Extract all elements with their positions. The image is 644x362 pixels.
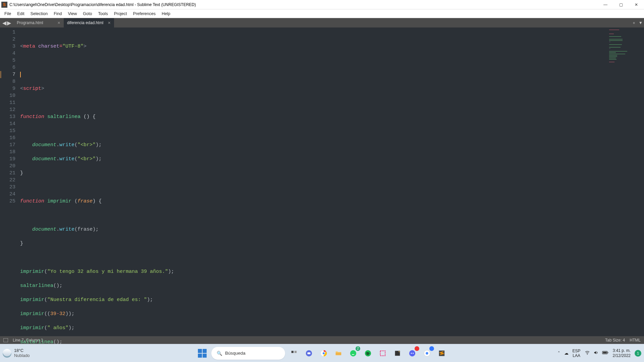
windows-taskbar: 18°C Nublado 🔍 Búsqueda 2 [0, 344, 644, 362]
close-button[interactable]: ✕ [629, 0, 644, 9]
menu-bar: File Edit Selection Find View Goto Tools… [0, 9, 644, 18]
tab-dropdown-button[interactable]: ▼ [637, 18, 644, 27]
svg-rect-0 [291, 351, 293, 353]
menu-edit[interactable]: Edit [14, 10, 28, 17]
volume-icon[interactable] [593, 350, 599, 356]
lang-layout: LAA [573, 353, 580, 358]
line-gutter: 1234567891011121314151617181920212223242… [0, 27, 20, 336]
svg-point-10 [365, 350, 371, 356]
weather-cond: Nublado [14, 353, 30, 358]
search-icon: 🔍 [217, 351, 222, 356]
text-cursor [20, 72, 21, 77]
taskbar-search[interactable]: 🔍 Búsqueda [211, 347, 285, 360]
task-view-button[interactable] [288, 348, 300, 359]
clock[interactable]: 3:41 p. m. 2/12/2022 [613, 348, 631, 358]
minimize-button[interactable]: — [598, 0, 613, 9]
chat-app-icon[interactable] [303, 348, 315, 359]
browser-badge [429, 346, 434, 351]
file-explorer-icon[interactable] [333, 348, 344, 359]
code-content[interactable]: <meta charset="UTF-8"> <script> function… [20, 27, 644, 336]
onedrive-icon[interactable]: ☁ [564, 351, 569, 356]
menu-find[interactable]: Find [51, 10, 65, 17]
tab-label: diferencia edad.html [67, 20, 103, 25]
nav-back-icon: ◀ [2, 20, 6, 26]
svg-point-15 [413, 353, 414, 354]
tray-chevron-icon[interactable]: ˄ [558, 351, 560, 356]
tab-label: Programa.html [17, 20, 43, 25]
tab-nav-arrows[interactable]: ◀ ▶ [0, 18, 13, 27]
menu-selection[interactable]: Selection [28, 10, 51, 17]
whatsapp-icon[interactable]: 2 [347, 348, 359, 359]
gutter-current-line-marker [0, 71, 1, 78]
battery-icon[interactable] [602, 350, 609, 356]
svg-rect-8 [336, 353, 341, 355]
svg-rect-11 [380, 351, 385, 356]
whatsapp-badge: 2 [356, 346, 360, 351]
system-tray: ˄ ☁ ESP LAA 3:41 p. m. 2/12/2022 1 [558, 348, 641, 358]
window-titlebar: S C:\Users\angel\OneDrive\Desktop\Progra… [0, 0, 644, 9]
notification-badge[interactable]: 1 [635, 350, 641, 357]
nav-fwd-icon: ▶ [7, 20, 11, 26]
chrome-icon[interactable] [318, 348, 329, 359]
tab-programa[interactable]: Programa.html ✕ [13, 18, 64, 27]
menu-view[interactable]: View [65, 10, 80, 17]
svg-rect-1 [294, 351, 297, 353]
svg-point-9 [350, 350, 356, 356]
menu-tools[interactable]: Tools [95, 10, 111, 17]
svg-rect-3 [307, 352, 310, 354]
maximize-button[interactable]: ▢ [613, 0, 629, 9]
window-title: C:\Users\angel\OneDrive\Desktop\Programa… [9, 2, 196, 7]
svg-rect-21 [603, 352, 607, 354]
snipping-tool-icon[interactable] [377, 348, 388, 359]
weather-widget[interactable]: 18°C Nublado [3, 348, 30, 358]
menu-preferences[interactable]: Preferences [130, 10, 159, 17]
tab-bar: ◀ ▶ Programa.html ✕ diferencia edad.html… [0, 18, 644, 27]
menu-help[interactable]: Help [159, 10, 173, 17]
tab-diferencia-edad[interactable]: diferencia edad.html ✕ [64, 18, 114, 27]
editor-area[interactable]: 1234567891011121314151617181920212223242… [0, 27, 644, 336]
discord-icon[interactable] [407, 348, 418, 359]
spotify-icon[interactable] [362, 348, 374, 359]
app-icon: S [1, 2, 7, 8]
svg-point-17 [426, 352, 428, 354]
language-indicator[interactable]: ESP LAA [573, 349, 581, 358]
new-tab-button[interactable]: ＋ [631, 18, 637, 27]
weather-icon [3, 349, 11, 358]
menu-project[interactable]: Project [111, 10, 130, 17]
clock-date: 2/12/2022 [613, 353, 631, 358]
svg-rect-22 [607, 352, 608, 353]
start-button[interactable] [197, 348, 208, 359]
svg-point-19 [587, 354, 588, 355]
discord-badge [415, 346, 419, 351]
browser-beta-icon[interactable] [421, 348, 433, 359]
wifi-icon[interactable] [585, 350, 590, 356]
sidebar-toggle-icon[interactable] [3, 338, 8, 342]
menu-file[interactable]: File [1, 10, 14, 17]
tab-close-icon[interactable]: ✕ [108, 21, 111, 25]
sticky-notes-icon[interactable] [392, 348, 403, 359]
clock-time: 3:41 p. m. [613, 348, 631, 353]
tab-close-icon[interactable]: ✕ [57, 21, 60, 25]
svg-point-13 [409, 350, 415, 356]
sublime-taskbar-icon[interactable] [436, 348, 447, 359]
minimap[interactable] [607, 27, 644, 336]
weather-temp: 18°C [14, 348, 30, 353]
taskbar-center: 🔍 Búsqueda 2 [197, 347, 447, 360]
lang-code: ESP [573, 349, 581, 353]
menu-goto[interactable]: Goto [80, 10, 95, 17]
search-placeholder: Búsqueda [225, 351, 246, 356]
svg-point-14 [411, 353, 412, 354]
